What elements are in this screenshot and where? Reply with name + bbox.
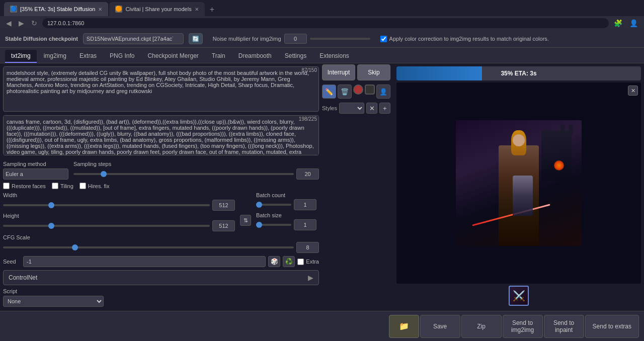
new-tab-button[interactable]: +	[206, 3, 218, 16]
seed-input[interactable]: -1	[23, 256, 266, 267]
checkpoint-select[interactable]: SD15NewVAEpruned.ckpt [27a4ac756c]	[83, 33, 184, 44]
height-slider[interactable]	[3, 225, 210, 227]
app: Stable Diffusion checkpoint SD15NewVAEpr…	[0, 30, 644, 341]
send-to-img2img-button[interactable]: Send to img2img	[503, 315, 543, 338]
tab-close-civitai[interactable]: ✕	[195, 7, 199, 12]
height-input[interactable]: 512	[212, 220, 235, 231]
seed-dice-button[interactable]: 🎲	[268, 256, 280, 267]
castle-shape	[541, 130, 572, 181]
tab-favicon-sd: 🔵	[10, 6, 17, 13]
open-folder-button[interactable]: 📁	[389, 315, 419, 338]
generated-image	[456, 120, 582, 246]
seed-label: Seed	[3, 259, 21, 265]
right-gen-section: Interrupt Skip ✏️ 🗑️ 👤 Styles ✕ +	[322, 63, 393, 311]
skip-button[interactable]: Skip	[357, 64, 390, 80]
castle-tower-left	[569, 125, 573, 135]
script-row: Script None	[3, 288, 319, 307]
checkboxes-row: Restore faces Tiling Hires. fix	[3, 183, 319, 189]
style-icon-black[interactable]	[365, 84, 375, 95]
restore-faces-checkbox[interactable]	[3, 183, 10, 189]
batch-size-input[interactable]: 1	[294, 219, 316, 230]
seed-recycle-button[interactable]: ♻️	[283, 256, 295, 267]
style-icon-trash[interactable]: 🗑️	[338, 84, 352, 99]
sampling-steps-slider[interactable]	[73, 173, 294, 175]
batch-size-slider-row: 1	[256, 219, 319, 230]
width-group: Width 512	[3, 192, 235, 211]
save-button[interactable]: Save	[420, 315, 460, 338]
reload-button[interactable]: ↻	[29, 18, 39, 28]
cfg-slider-container: 8	[3, 242, 319, 253]
controlnet-label: ControlNet	[9, 274, 37, 281]
batch-count-slider[interactable]	[256, 204, 291, 206]
tiling-checkbox-item: Tiling	[52, 183, 73, 189]
extra-checkbox[interactable]	[297, 259, 304, 265]
negative-token-count: 198/225	[299, 116, 317, 122]
profile-icon[interactable]: 👤	[627, 18, 640, 28]
controls-area: Sampling method Euler a Sampling steps 2…	[3, 159, 319, 309]
negative-prompt-textarea[interactable]: canvas frame, cartoon, 3d, (disfigured))…	[3, 115, 319, 155]
height-label: Height	[3, 213, 235, 219]
noise-input[interactable]: 0	[284, 34, 307, 44]
cfg-label: CFG Scale	[3, 234, 319, 240]
batch-count-input[interactable]: 1	[294, 199, 316, 210]
styles-remove-button[interactable]: ✕	[366, 103, 377, 114]
width-slider-container: 512	[3, 200, 235, 211]
cfg-row: CFG Scale 8	[3, 234, 319, 253]
cfg-slider[interactable]	[3, 246, 294, 248]
tab-img2img[interactable]: img2img	[38, 50, 72, 63]
script-select[interactable]: None	[3, 296, 104, 307]
interrupt-button[interactable]: Interrupt	[322, 64, 355, 80]
batch-size-slider[interactable]	[256, 224, 291, 226]
checkpoint-label: Stable Diffusion checkpoint	[5, 36, 78, 42]
top-bar: Stable Diffusion checkpoint SD15NewVAEpr…	[0, 30, 644, 48]
tab-txt2img[interactable]: txt2img	[5, 50, 37, 63]
tab-extensions[interactable]: Extensions	[313, 50, 355, 63]
close-image-button[interactable]: ✕	[628, 86, 638, 96]
tiling-checkbox[interactable]	[52, 183, 58, 189]
style-icon-pencil[interactable]: ✏️	[322, 84, 336, 99]
tab-dreambooth[interactable]: Dreambooth	[232, 50, 278, 63]
extensions-icon[interactable]: 🧩	[612, 18, 624, 28]
color-correction: Apply color correction to img2img result…	[380, 36, 549, 42]
style-icon-red[interactable]	[353, 84, 363, 95]
styles-add-button[interactable]: +	[379, 103, 390, 114]
send-inpaint-label: Send to inpaint	[553, 319, 574, 333]
address-bar[interactable]: 127.0.0.1:7860	[42, 18, 609, 28]
zip-button[interactable]: Zip	[461, 315, 502, 338]
cfg-input[interactable]: 8	[296, 242, 319, 253]
tab-extras[interactable]: Extras	[73, 50, 103, 63]
thumbnail-strip: ⚔️	[396, 284, 641, 308]
color-correction-checkbox[interactable]	[380, 36, 387, 42]
swap-dimensions-button[interactable]: ⇅	[240, 215, 251, 226]
thumbnail-0[interactable]: ⚔️	[509, 286, 529, 306]
controlnet-arrow-icon: ▶	[308, 274, 313, 282]
width-input[interactable]: 512	[212, 200, 235, 211]
script-label: Script	[3, 288, 319, 294]
browser-tab-civitai[interactable]: 🟠 Civitai | Share your models ✕	[109, 2, 204, 16]
style-icon-person[interactable]: 👤	[376, 84, 390, 99]
sampling-steps-input[interactable]: 20	[296, 168, 319, 180]
checkpoint-refresh-button[interactable]: 🔄	[189, 33, 203, 44]
tab-pnginfo[interactable]: PNG Info	[104, 50, 140, 63]
character-face	[513, 134, 525, 146]
positive-prompt-textarea[interactable]: modelshoot style, (extremely detailed CG…	[3, 66, 319, 112]
width-slider[interactable]	[3, 204, 210, 206]
styles-select[interactable]	[339, 103, 364, 114]
send-to-inpaint-button[interactable]: Send to inpaint	[544, 315, 584, 338]
controlnet-row[interactable]: ControlNet ▶	[3, 270, 319, 285]
tab-label-civitai: Civitai | Share your models	[125, 6, 191, 12]
noise-label: Noise multiplier for img2img	[213, 36, 281, 42]
tab-checkpoint-merger[interactable]: Checkpoint Merger	[141, 50, 204, 63]
browser-tab-sd[interactable]: 🔵 [35% ETA: 3s] Stable Diffusion ✕	[4, 2, 108, 16]
tab-train[interactable]: Train	[206, 50, 231, 63]
tab-close-sd[interactable]: ✕	[98, 7, 102, 12]
forward-button[interactable]: ▶	[17, 18, 26, 28]
folder-icon: 📁	[399, 321, 409, 331]
sampling-method-select[interactable]: Euler a	[3, 168, 68, 180]
hires-fix-label: Hires. fix	[88, 183, 110, 189]
send-to-extras-button[interactable]: Send to extras	[585, 315, 639, 338]
noise-slider[interactable]	[310, 38, 370, 40]
hires-fix-checkbox[interactable]	[79, 183, 86, 189]
back-button[interactable]: ◀	[4, 18, 14, 28]
tab-settings[interactable]: Settings	[279, 50, 312, 63]
